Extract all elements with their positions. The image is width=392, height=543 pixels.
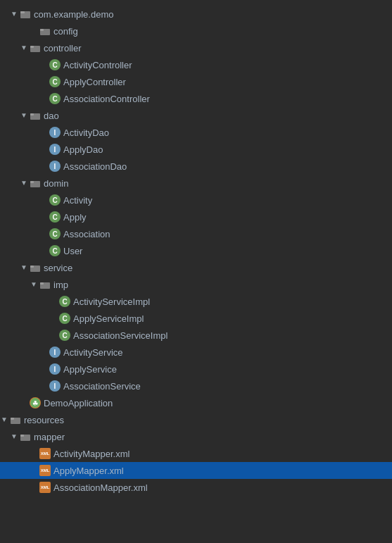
arrow-icon	[30, 466, 38, 475]
tree-item-label: ApplyMapper.xml	[53, 466, 124, 476]
arrow-icon	[49, 297, 58, 306]
tree-item-ApplyMapper.xml[interactable]: XML ApplyMapper.xml	[0, 462, 392, 479]
arrow-icon	[30, 449, 38, 458]
tree-item-AssociationService[interactable]: IAssociationService	[0, 377, 392, 394]
tree-item-label: ApplyService	[63, 364, 117, 375]
c-icon: C	[49, 59, 61, 70]
tree-item-ApplyServiceImpl[interactable]: CApplyServiceImpl	[0, 310, 392, 327]
tree-item-label: AssociationDao	[63, 161, 127, 172]
tree-item-label: ActivityDao	[63, 127, 109, 138]
tree-item-label: resources	[24, 415, 64, 425]
svg-text:XML: XML	[41, 468, 50, 473]
c-icon: C	[49, 194, 61, 206]
tree-item-imp[interactable]: ▼ imp	[0, 276, 392, 293]
svg-rect-3	[40, 29, 44, 31]
tree-item-label: ApplyController	[63, 77, 126, 87]
tree-item-ApplyController[interactable]: CApplyController	[0, 73, 392, 90]
arrow-icon	[39, 382, 48, 390]
tree-item-label: service	[44, 263, 72, 273]
tree-item-ActivityDao[interactable]: IActivityDao	[0, 124, 392, 141]
tree-item-ActivityServiceImpl[interactable]: CActivityServiceImpl	[0, 293, 392, 310]
tree-item-label: Association	[63, 229, 110, 239]
tree-item-label: AssociationServiceImpl	[73, 330, 167, 341]
file-tree: ▼ com.example.demo config▼ controllerCAc…	[0, 0, 392, 501]
c-icon: C	[59, 296, 70, 307]
tree-item-mapper[interactable]: ▼ mapper	[0, 428, 392, 445]
tree-item-label: Apply	[63, 212, 87, 223]
folder-icon	[30, 110, 41, 121]
tree-item-resources[interactable]: ▼ resources	[0, 411, 392, 428]
arrow-icon	[39, 213, 48, 221]
folder-icon	[39, 25, 51, 37]
tree-item-User[interactable]: CUser	[0, 242, 392, 259]
svg-rect-11	[30, 266, 34, 268]
tree-item-label: dao	[44, 111, 59, 121]
tree-item-label: ApplyServiceImpl	[73, 313, 144, 324]
i-icon: I	[49, 363, 61, 375]
folder-icon	[10, 414, 21, 425]
tree-item-ActivityController[interactable]: CActivityController	[0, 56, 392, 73]
tree-item-AssociationController[interactable]: CAssociationController	[0, 90, 392, 107]
arrow-icon	[39, 230, 48, 238]
svg-text:XML: XML	[41, 451, 50, 456]
tree-item-ApplyService[interactable]: IApplyService	[0, 361, 392, 377]
c-icon: C	[49, 211, 61, 223]
tree-item-label: config	[53, 26, 78, 37]
folder-icon	[39, 279, 51, 290]
tree-item-label: ActivityService	[63, 347, 123, 358]
arrow-icon: ▼	[10, 432, 18, 441]
c-icon: C	[49, 93, 61, 104]
tree-item-ActivityService[interactable]: IActivityService	[0, 344, 392, 361]
tree-item-label: imp	[53, 280, 68, 290]
tree-item-label: ActivityMapper.xml	[53, 449, 129, 459]
svg-rect-13	[40, 282, 44, 285]
tree-item-controller[interactable]: ▼ controller	[0, 39, 392, 56]
tree-item-label: AssociationService	[63, 381, 141, 392]
xml-icon: XML	[39, 448, 51, 459]
svg-rect-5	[30, 46, 34, 48]
folder-icon	[30, 42, 41, 54]
i-icon: I	[49, 127, 61, 138]
tree-item-Apply[interactable]: CApply	[0, 208, 392, 225]
tree-item-Association[interactable]: CAssociation	[0, 225, 392, 242]
arrow-icon: ▼	[30, 280, 38, 289]
tree-item-Activity[interactable]: CActivity	[0, 192, 392, 208]
tree-item-com-example-demo[interactable]: ▼ com.example.demo	[0, 6, 392, 23]
arrow-icon	[39, 365, 48, 373]
folder-icon	[30, 262, 41, 273]
c-icon: C	[59, 313, 70, 324]
tree-item-domin[interactable]: ▼ domin	[0, 175, 392, 192]
tree-item-ApplyDao[interactable]: IApplyDao	[0, 141, 392, 158]
arrow-icon	[39, 77, 48, 86]
tree-item-dao[interactable]: ▼ dao	[0, 107, 392, 124]
tree-item-service[interactable]: ▼ service	[0, 259, 392, 276]
tree-item-label: User	[63, 246, 82, 256]
arrow-icon	[20, 399, 28, 407]
tree-item-config[interactable]: config	[0, 23, 392, 39]
tree-item-label: ActivityServiceImpl	[73, 297, 150, 307]
c-icon: C	[59, 330, 70, 341]
i-icon: I	[49, 347, 61, 358]
xml-icon: XML	[39, 465, 51, 476]
tree-item-label: AssociationMapper.xml	[53, 482, 148, 493]
tree-item-AssociationServiceImpl[interactable]: CAssociationServiceImpl	[0, 327, 392, 344]
tree-item-label: mapper	[34, 432, 65, 442]
arrow-icon	[39, 61, 48, 69]
svg-rect-1	[20, 11, 25, 13]
i-icon: I	[49, 161, 61, 172]
tree-item-AssociationDao[interactable]: IAssociationDao	[0, 158, 392, 175]
tree-item-DemoApplication[interactable]: ☘ DemoApplication	[0, 394, 392, 411]
svg-rect-9	[30, 181, 34, 183]
i-icon: I	[49, 380, 61, 392]
c-icon: C	[49, 245, 61, 256]
tree-item-label: domin	[44, 178, 68, 189]
folder-icon	[30, 177, 41, 189]
arrow-icon: ▼	[10, 10, 18, 18]
folder-icon	[20, 431, 31, 442]
tree-item-ActivityMapper.xml[interactable]: XML ActivityMapper.xml	[0, 445, 392, 462]
tree-item-label: Activity	[63, 195, 92, 206]
arrow-icon	[39, 128, 48, 137]
tree-item-label: ApplyDao	[63, 144, 103, 155]
arrow-icon	[49, 314, 58, 323]
tree-item-AssociationMapper.xml[interactable]: XML AssociationMapper.xml	[0, 479, 392, 496]
